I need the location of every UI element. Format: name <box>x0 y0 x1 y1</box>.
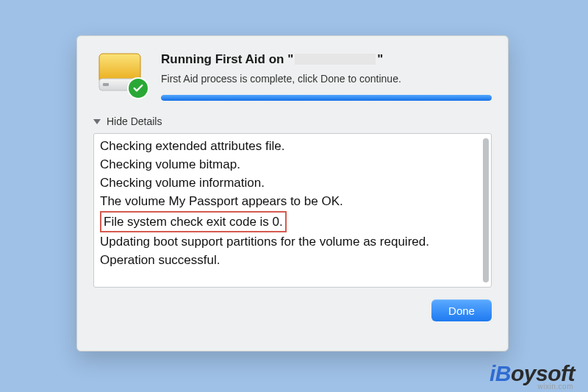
log-line: Checking volume bitmap. <box>100 155 478 174</box>
watermark-sub: wixin.com <box>538 382 573 391</box>
disk-icon <box>93 51 146 98</box>
dialog-header: Running First Aid on "" First Aid proces… <box>93 51 492 101</box>
log-output[interactable]: Checking extended attributes file.Checki… <box>93 133 492 288</box>
progress-bar <box>161 95 492 101</box>
toggle-details-label: Hide Details <box>107 115 162 127</box>
log-line: The volume My Passport appears to be OK. <box>100 192 478 210</box>
log-line: Updating boot support partitions for the… <box>100 232 478 251</box>
disclosure-triangle-icon <box>93 119 101 124</box>
success-check-icon <box>127 77 149 99</box>
first-aid-dialog: Running First Aid on "" First Aid proces… <box>76 35 509 352</box>
done-button[interactable]: Done <box>431 299 492 321</box>
log-line: Checking volume information. <box>100 174 478 192</box>
dialog-title: Running First Aid on "" <box>161 52 492 67</box>
progress-track <box>161 95 492 101</box>
dialog-subtitle: First Aid process is complete, click Don… <box>161 73 492 85</box>
highlighted-log-line: File system check exit code is 0. <box>100 211 287 232</box>
log-line: File system check exit code is 0. <box>100 211 478 232</box>
scrollbar-thumb[interactable] <box>483 138 489 282</box>
title-prefix: Running First Aid on " <box>161 52 293 66</box>
title-suffix: " <box>377 52 383 66</box>
log-line: Checking extended attributes file. <box>100 137 478 155</box>
toggle-details[interactable]: Hide Details <box>93 115 492 127</box>
svg-rect-2 <box>103 83 109 86</box>
scrollbar-vertical[interactable] <box>483 138 489 282</box>
log-line: Operation successful. <box>100 251 478 269</box>
dialog-footer: Done <box>93 299 492 321</box>
redacted-volume-name <box>295 54 376 65</box>
watermark-logo: iBoysoft <box>490 363 575 385</box>
